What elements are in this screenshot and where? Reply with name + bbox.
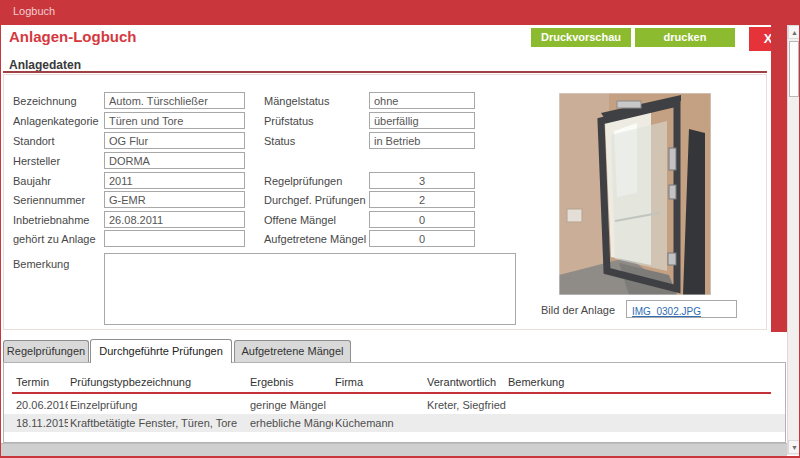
chevron-down-icon: ▼ [791, 444, 798, 451]
tab-aufgetretene-maengel[interactable]: Aufgetretene Mängel [234, 340, 351, 362]
input-maengelstatus[interactable] [369, 92, 475, 109]
cell-ergebnis: geringe Mängel [248, 399, 333, 411]
col-ergebnis: Ergebnis [248, 376, 333, 388]
input-bemerkung[interactable] [104, 253, 516, 325]
scrollbar-thumb[interactable] [789, 41, 799, 97]
col-pruefungstyp: Prüfungstypbezeichnung [68, 376, 248, 388]
page-title: Anlagen-Logbuch [9, 28, 137, 45]
cell-termin: 18.11.2015 [14, 417, 68, 429]
section-title: Anlagedaten [9, 58, 81, 72]
input-status[interactable] [369, 132, 475, 149]
input-aufgetretene-maengel[interactable] [369, 230, 475, 247]
image-file-link[interactable]: IMG_0302.JPG [632, 306, 701, 317]
input-durchgef-pruefungen[interactable] [369, 191, 475, 208]
cell-firma: Küchemann [333, 417, 425, 429]
label-regelpruefungen: Regelprüfungen [264, 175, 342, 187]
label-bild-der-anlage: Bild der Anlage [541, 304, 615, 316]
input-bezeichnung[interactable] [104, 92, 245, 109]
label-pruefstatus: Prüfstatus [264, 115, 314, 127]
table-header-divider [12, 392, 771, 394]
input-baujahr[interactable] [104, 172, 245, 189]
label-baujahr: Baujahr [13, 175, 51, 187]
input-standort[interactable] [104, 132, 245, 149]
label-hersteller: Hersteller [13, 155, 60, 167]
section-divider [3, 71, 767, 73]
input-inbetriebnahme[interactable] [104, 211, 245, 228]
cell-ergebnis: erhebliche Mängel [248, 417, 333, 429]
cell-pruefungstyp: Kraftbetätigte Fenster, Türen, Tore [68, 417, 248, 429]
pruefungen-panel: Termin Prüfungstypbezeichnung Ergebnis F… [3, 362, 786, 443]
input-regelpruefungen[interactable] [369, 172, 475, 189]
cell-pruefungstyp: Einzelprüfung [68, 399, 248, 411]
cell-termin: 20.06.2016 [14, 399, 68, 411]
equipment-photo [559, 93, 711, 295]
input-seriennummer[interactable] [104, 191, 245, 208]
col-verantwortlich: Verantwortlich [425, 376, 506, 388]
table-row[interactable]: 20.06.2016 Einzelprüfung geringe Mängel … [4, 396, 785, 414]
right-red-strip [771, 25, 787, 332]
label-durchgef-pruefungen: Durchgef. Prüfungen [264, 194, 366, 206]
col-bemerkung: Bemerkung [506, 376, 785, 388]
print-preview-button[interactable]: Druckvorschau [531, 28, 631, 47]
label-standort: Standort [13, 135, 55, 147]
print-button[interactable]: drucken [635, 28, 735, 47]
tab-durchgefuehrte-pruefungen[interactable]: Durchgeführte Prüfungen [90, 339, 232, 363]
label-seriennummer: Seriennummer [13, 194, 85, 206]
table-row[interactable]: 18.11.2015 Kraftbetätigte Fenster, Türen… [4, 414, 785, 432]
col-termin: Termin [14, 376, 68, 388]
image-link-field: IMG_0302.JPG [626, 300, 737, 318]
input-pruefstatus[interactable] [369, 112, 475, 129]
window-titlebar: Logbuch [1, 0, 800, 25]
input-hersteller[interactable] [104, 152, 245, 169]
tab-regelpruefungen[interactable]: Regelprüfungen [3, 340, 89, 362]
label-aufgetretene-maengel: Aufgetretene Mängel [264, 233, 366, 245]
logbuch-window: Logbuch Anlagen-Logbuch Druckvorschau dr… [0, 0, 800, 458]
label-status: Status [264, 135, 295, 147]
window-title: Logbuch [13, 5, 55, 17]
label-inbetriebnahme: Inbetriebnahme [13, 214, 89, 226]
label-bezeichnung: Bezeichnung [13, 95, 77, 107]
cell-verantwortlich: Kreter, Siegfried [425, 399, 506, 411]
chevron-up-icon: ▲ [791, 29, 798, 36]
input-gehoert-zu-anlage[interactable] [104, 230, 245, 247]
horizontal-scrollbar[interactable] [1, 443, 787, 456]
label-anlagenkategorie: Anlagenkategorie [13, 115, 99, 127]
table-header-row: Termin Prüfungstypbezeichnung Ergebnis F… [4, 373, 785, 391]
input-offene-maengel[interactable] [369, 211, 475, 228]
input-anlagenkategorie[interactable] [104, 112, 245, 129]
label-gehoert-zu-anlage: gehört zu Anlage [13, 233, 96, 245]
label-offene-maengel: Offene Mängel [264, 214, 336, 226]
col-firma: Firma [333, 376, 425, 388]
label-maengelstatus: Mängelstatus [264, 95, 329, 107]
label-bemerkung: Bemerkung [13, 258, 69, 270]
